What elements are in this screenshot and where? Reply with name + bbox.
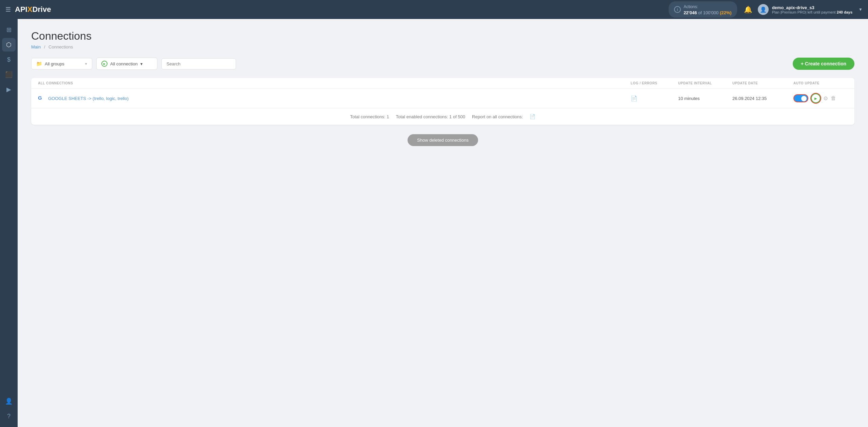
settings-icon[interactable]: ⚙ <box>823 95 828 102</box>
user-info: demo_apix-drive_s3 Plan |Premium PRO| le… <box>772 5 852 14</box>
username: demo_apix-drive_s3 <box>772 5 852 10</box>
bell-icon[interactable]: 🔔 <box>744 5 752 14</box>
breadcrumb-separator: / <box>44 44 45 49</box>
summary-row: Total connections: 1 Total enabled conne… <box>31 108 854 125</box>
chevron-down-icon[interactable]: ▼ <box>859 7 863 12</box>
logo-x: X <box>27 5 33 14</box>
actions-label: Actions: <box>684 4 698 9</box>
chevron-down-icon: ▾ <box>85 62 87 66</box>
user-menu[interactable]: 👤 demo_apix-drive_s3 Plan |Premium PRO| … <box>758 4 863 15</box>
logo-api: API <box>15 5 27 14</box>
chevron-down-icon: ▾ <box>140 61 143 66</box>
show-deleted-button[interactable]: Show deleted connections <box>408 134 478 146</box>
page-title: Connections <box>31 30 854 42</box>
auto-update-toggle[interactable] <box>793 94 808 102</box>
connections-table: ALL CONNECTIONS LOG / ERRORS UPDATE INTE… <box>31 78 854 125</box>
sidebar-item-help[interactable]: ? <box>2 409 16 423</box>
folder-icon: 📁 <box>36 61 42 66</box>
report-icon[interactable]: 📄 <box>530 114 535 119</box>
plan-label: Plan |Premium PRO| left until payment <box>772 10 836 14</box>
actions-count: 22'046 of 100'000 (22%) <box>684 10 732 15</box>
search-box[interactable] <box>161 58 236 69</box>
delete-icon[interactable]: 🗑 <box>831 95 836 101</box>
total-enabled: Total enabled connections: 1 of 500 <box>396 114 466 119</box>
groups-label: All groups <box>45 61 64 66</box>
actions-pct: (22%) <box>720 10 732 15</box>
sidebar-item-dashboard[interactable]: ⊞ <box>2 23 16 37</box>
info-icon: i <box>674 6 681 13</box>
actions-box: i Actions: 22'046 of 100'000 (22%) <box>669 1 737 18</box>
actions-cell: ▶ ⚙ 🗑 <box>793 94 848 103</box>
connections-label: All connection <box>110 61 138 66</box>
groups-filter[interactable]: 📁 All groups ▾ <box>31 58 92 69</box>
play-icon: ▶ <box>101 61 107 67</box>
toggle-track <box>793 94 808 102</box>
plan-days: 240 days <box>837 10 852 14</box>
topnav: ☰ APIXDrive i Actions: 22'046 of 100'000… <box>0 0 868 19</box>
actions-total: 100'000 <box>703 10 718 15</box>
sidebar-item-profile[interactable]: 👤 <box>2 394 16 408</box>
sidebar-item-connections[interactable]: ⬡ <box>2 38 16 52</box>
connections-filter[interactable]: ▶ All connection ▾ <box>96 58 157 70</box>
filters-row: 📁 All groups ▾ ▶ All connection ▾ + Crea… <box>31 58 854 70</box>
col-update-date: UPDATE DATE <box>732 81 793 85</box>
toggle-knob <box>801 96 807 101</box>
date-cell: 26.09.2024 12:35 <box>732 96 793 101</box>
avatar: 👤 <box>758 4 769 15</box>
sidebar: ⊞ ⬡ $ ⬛ ▶ 👤 ? <box>0 19 18 427</box>
main-content: Connections Main / Connections 📁 All gro… <box>18 19 868 427</box>
search-input[interactable] <box>166 61 231 66</box>
menu-icon[interactable]: ☰ <box>5 6 11 13</box>
log-cell: 📄 <box>631 95 678 102</box>
col-log-errors: LOG / ERRORS <box>631 81 678 85</box>
interval-cell: 10 minutes <box>678 96 732 101</box>
logo-drive: Drive <box>32 5 51 14</box>
col-auto-update: AUTO UPDATE <box>793 81 848 85</box>
total-connections: Total connections: 1 <box>350 114 389 119</box>
plan-text: Plan |Premium PRO| left until payment 24… <box>772 10 852 14</box>
actions-count-value: 22'046 <box>684 10 697 15</box>
sidebar-item-briefcase[interactable]: ⬛ <box>2 68 16 81</box>
sidebar-item-video[interactable]: ▶ <box>2 83 16 96</box>
col-all-connections: ALL CONNECTIONS <box>38 81 631 85</box>
actions-of: of <box>698 10 702 15</box>
sidebar-item-billing[interactable]: $ <box>2 53 16 66</box>
show-deleted-wrap: Show deleted connections <box>31 134 854 146</box>
col-update-interval: UPDATE INTERVAL <box>678 81 732 85</box>
table-header: ALL CONNECTIONS LOG / ERRORS UPDATE INTE… <box>31 78 854 89</box>
connection-link[interactable]: GOOGLE SHEETS -> (trello, logic, trello) <box>48 96 129 101</box>
connection-name-cell: G GOOGLE SHEETS -> (trello, logic, trell… <box>38 95 631 102</box>
google-icon: G <box>38 95 45 102</box>
table-row: G GOOGLE SHEETS -> (trello, logic, trell… <box>31 89 854 108</box>
logo: APIXDrive <box>15 5 51 14</box>
actions-info: Actions: 22'046 of 100'000 (22%) <box>684 3 732 16</box>
breadcrumb-main[interactable]: Main <box>31 44 41 49</box>
log-icon[interactable]: 📄 <box>631 95 637 102</box>
run-button[interactable]: ▶ <box>811 94 821 103</box>
breadcrumb-current: Connections <box>48 44 73 49</box>
create-connection-button[interactable]: + Create connection <box>793 58 854 70</box>
breadcrumb: Main / Connections <box>31 44 854 49</box>
report-label: Report on all connections: <box>472 114 523 119</box>
